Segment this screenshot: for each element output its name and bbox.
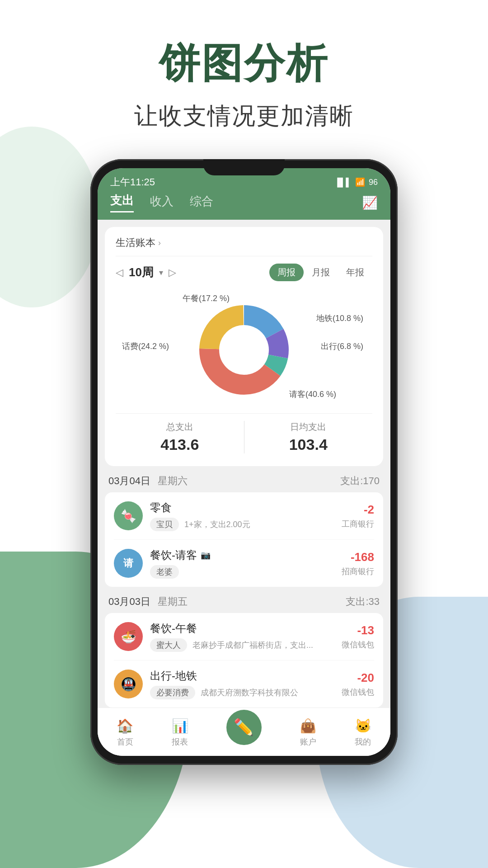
tx-info-treat: 餐饮-请客 📷 老婆 [150, 548, 342, 579]
daily-expense-label: 日均支出 [244, 421, 373, 433]
period-btn-week[interactable]: 周报 [269, 264, 304, 281]
chart-label-phone: 话费(24.2 %) [122, 341, 169, 352]
tx-tags-snack: 宝贝 1+家，支出2.00元 [150, 518, 342, 531]
report-icon: 📊 [172, 718, 188, 734]
total-expense-label: 总支出 [116, 421, 244, 433]
battery-indicator: 96 [369, 178, 378, 187]
main-content[interactable]: 生活账本 › ◁ 10周 ▾ ▷ 周报 月报 年报 [98, 220, 390, 756]
total-expense-stat: 总支出 413.6 [116, 421, 244, 453]
tab-income[interactable]: 收入 [150, 193, 174, 212]
donut-svg [194, 300, 294, 400]
tx-tag-treat: 老婆 [150, 565, 179, 579]
tx-tag-metro: 必要消费 [150, 686, 195, 699]
status-icons: ▐▌▌ 📶 96 [334, 177, 378, 187]
period-prev-button[interactable]: ◁ [116, 267, 123, 278]
period-buttons: 周报 月报 年报 [269, 264, 372, 281]
donut-center [220, 326, 268, 374]
nav-home-label: 首页 [117, 736, 133, 747]
period-label: 10周 [129, 264, 154, 280]
tx-tags-meal: 蜜大人 老麻抄手成都广福桥街店，支出... [150, 638, 342, 652]
tx-icon-meal: 🍜 [114, 622, 143, 651]
nav-add-button[interactable]: ✏️ [226, 710, 262, 745]
profile-icon: 🐱 [355, 718, 371, 734]
tx-info-meal: 餐饮-午餐 蜜大人 老麻抄手成都广福桥街店，支出... [150, 621, 342, 652]
phone-screen: 上午11:25 ▐▌▌ 📶 96 支出 收入 综合 📈 [98, 168, 390, 756]
wifi-icon: 📶 [355, 177, 365, 187]
section-date-mar04: 03月04日 [108, 474, 150, 488]
nav-tabs: 支出 收入 综合 📈 [98, 193, 390, 220]
tx-amount-meal: -13 [342, 623, 374, 637]
bg-decoration-top-left [0, 127, 99, 307]
section-weekday-mar04: 星期六 [158, 474, 188, 488]
page-title: 饼图分析 [159, 36, 329, 91]
nav-report[interactable]: 📊 报表 [172, 718, 188, 747]
chart-label-treat: 请客(40.6 %) [289, 389, 336, 400]
phone-mockup: 上午11:25 ▐▌▌ 📶 96 支出 收入 综合 📈 [90, 159, 398, 765]
transaction-treat[interactable]: 请 餐饮-请客 📷 老婆 -16 [114, 540, 374, 587]
phone-notch [203, 159, 285, 175]
chart-icon[interactable]: 📈 [362, 195, 378, 210]
tx-icon-snack: 🍬 [114, 501, 143, 530]
tx-info-metro: 出行-地铁 必要消费 成都天府溯数字科技有限公 [150, 669, 342, 699]
analytics-card: 生活账本 › ◁ 10周 ▾ ▷ 周报 月报 年报 [105, 227, 383, 466]
stats-row: 总支出 413.6 日均支出 103.4 [116, 413, 372, 457]
chart-label-metro: 地铁(10.8 %) [316, 313, 363, 324]
tx-name-snack: 零食 [150, 500, 342, 515]
tx-desc-snack: 1+家，支出2.00元 [184, 519, 250, 530]
bottom-nav: 🏠 首页 📊 报表 ✏️ 👜 账户 [98, 708, 390, 756]
transaction-snack[interactable]: 🍬 零食 宝贝 1+家，支出2.00元 -2 工商银行 [114, 492, 374, 540]
period-dropdown-icon[interactable]: ▾ [159, 268, 163, 278]
add-icon: ✏️ [234, 718, 254, 737]
tx-bank-metro: 微信钱包 [342, 687, 374, 698]
account-icon: 👜 [300, 718, 316, 734]
tx-name-meal: 餐饮-午餐 [150, 621, 342, 636]
tx-right-meal: -13 微信钱包 [342, 623, 374, 650]
tx-icon-metro: 🚇 [114, 670, 143, 698]
nav-report-label: 报表 [172, 736, 188, 747]
tx-bank-snack: 工商银行 [342, 519, 374, 529]
signal-icon: ▐▌▌ [334, 178, 352, 187]
tx-desc-metro: 成都天府溯数字科技有限公 [201, 687, 298, 698]
status-time: 上午11:25 [110, 175, 155, 189]
tx-bank-treat: 招商银行 [342, 566, 374, 577]
tx-tag-meal: 蜜大人 [150, 638, 187, 652]
account-name: 生活账本 [116, 236, 155, 250]
account-chevron-icon: › [158, 238, 161, 248]
transaction-card-mar03: 🍜 餐饮-午餐 蜜大人 老麻抄手成都广福桥街店，支出... -13 微信 [105, 613, 383, 708]
tx-name-treat: 餐饮-请客 📷 [150, 548, 342, 562]
tx-right-treat: -168 招商银行 [342, 550, 374, 577]
period-next-button[interactable]: ▷ [169, 267, 176, 278]
page-container: 饼图分析 让收支情况更加清晰 上午11:25 ▐▌▌ 📶 96 支出 收 [0, 0, 488, 868]
tab-expense[interactable]: 支出 [110, 193, 134, 212]
tx-right-metro: -20 微信钱包 [342, 671, 374, 698]
page-subtitle: 让收支情况更加清晰 [134, 100, 354, 132]
tx-right-snack: -2 工商银行 [342, 503, 374, 529]
account-row[interactable]: 生活账本 › [116, 236, 372, 256]
nav-profile-label: 我的 [355, 736, 371, 747]
period-btn-month[interactable]: 月报 [304, 264, 338, 281]
section-date-mar03: 03月03日 [108, 595, 150, 609]
section-header-mar04: 03月04日 星期六 支出:170 [98, 466, 390, 492]
home-icon: 🏠 [117, 718, 133, 734]
transaction-card-mar04: 🍬 零食 宝贝 1+家，支出2.00元 -2 工商银行 [105, 492, 383, 587]
tx-info-snack: 零食 宝贝 1+家，支出2.00元 [150, 500, 342, 531]
transaction-metro[interactable]: 🚇 出行-地铁 必要消费 成都天府溯数字科技有限公 -20 微信钱包 [114, 660, 374, 708]
tab-combined[interactable]: 综合 [190, 193, 213, 212]
section-amount-mar04: 支出:170 [340, 474, 380, 488]
nav-profile[interactable]: 🐱 我的 [355, 718, 371, 747]
nav-account[interactable]: 👜 账户 [300, 718, 316, 747]
chart-label-lunch: 午餐(17.2 %) [183, 293, 230, 304]
period-btn-year[interactable]: 年报 [338, 264, 372, 281]
donut-chart-area: 午餐(17.2 %) 地铁(10.8 %) 出行(6.8 %) 请客(40.6 … [116, 287, 372, 413]
nav-account-label: 账户 [300, 736, 316, 747]
section-weekday-mar03: 星期五 [158, 595, 188, 609]
tx-name-metro: 出行-地铁 [150, 669, 342, 683]
daily-expense-value: 103.4 [244, 436, 373, 453]
tx-bank-meal: 微信钱包 [342, 639, 374, 650]
transaction-meal[interactable]: 🍜 餐饮-午餐 蜜大人 老麻抄手成都广福桥街店，支出... -13 微信 [114, 613, 374, 660]
tx-tags-treat: 老婆 [150, 565, 342, 579]
section-header-mar03: 03月03日 星期五 支出:33 [98, 587, 390, 613]
nav-home[interactable]: 🏠 首页 [117, 718, 133, 747]
camera-icon: 📷 [201, 550, 211, 560]
total-expense-value: 413.6 [116, 436, 244, 453]
